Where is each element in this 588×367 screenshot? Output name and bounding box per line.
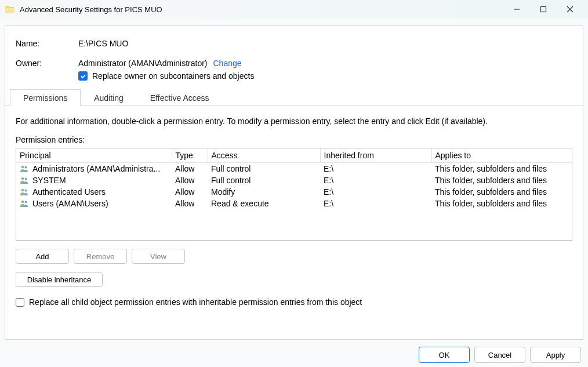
table-row[interactable]: Administrators (AMAN\Administra...AllowF… <box>16 163 572 175</box>
applies-cell: This folder, subfolders and files <box>431 186 572 198</box>
svg-point-9 <box>21 189 24 192</box>
table-row[interactable]: Users (AMAN\Users)AllowRead & executeE:\… <box>16 198 572 209</box>
owner-label: Owner: <box>16 59 78 68</box>
tab-auditing[interactable]: Auditing <box>81 89 137 106</box>
principal-icon <box>20 176 29 185</box>
tab-bar: Permissions Auditing Effective Access <box>5 89 583 106</box>
action-row: Add Remove View <box>16 249 572 264</box>
owner-value: Administrator (AMAN\Administrator) <box>78 59 208 68</box>
svg-point-8 <box>25 178 27 180</box>
svg-point-7 <box>21 177 24 180</box>
type-cell: Allow <box>172 198 208 209</box>
access-cell: Full control <box>208 175 320 186</box>
svg-rect-2 <box>541 7 546 12</box>
add-button[interactable]: Add <box>16 249 69 264</box>
maximize-button[interactable] <box>530 1 557 18</box>
minimize-button[interactable] <box>503 1 530 18</box>
close-button[interactable] <box>557 1 583 18</box>
svg-point-5 <box>21 166 24 169</box>
name-label: Name: <box>16 39 78 48</box>
description-text: For additional information, double-click… <box>16 117 572 126</box>
name-value: E:\PICS MUO <box>78 39 128 48</box>
inherited-cell: E:\ <box>320 186 431 198</box>
type-cell: Allow <box>172 163 208 175</box>
principal-text: Administrators (AMAN\Administra... <box>32 164 160 173</box>
inherited-cell: E:\ <box>320 175 431 186</box>
owner-row: Owner: Administrator (AMAN\Administrator… <box>16 59 572 68</box>
access-cell: Full control <box>208 163 320 175</box>
folder-icon <box>5 4 15 14</box>
window-title: Advanced Security Settings for PICS MUO <box>20 5 503 14</box>
replace-owner-row: Replace owner on subcontainers and objec… <box>78 71 572 81</box>
principal-text: SYSTEM <box>32 176 66 185</box>
applies-cell: This folder, subfolders and files <box>431 175 572 186</box>
main-panel: Name: E:\PICS MUO Owner: Administrator (… <box>5 26 583 340</box>
replace-owner-label: Replace owner on subcontainers and objec… <box>92 71 254 81</box>
view-button[interactable]: View <box>132 249 185 264</box>
table-row[interactable]: Authenticated UsersAllowModifyE:\This fo… <box>16 186 572 198</box>
applies-cell: This folder, subfolders and files <box>431 198 572 209</box>
header-applies[interactable]: Applies to <box>431 148 572 163</box>
header-type[interactable]: Type <box>172 148 208 163</box>
window-controls <box>503 1 583 18</box>
replace-all-checkbox[interactable] <box>16 298 24 307</box>
disable-inheritance-button[interactable]: Disable inheritance <box>16 272 103 287</box>
type-cell: Allow <box>172 175 208 186</box>
change-owner-link[interactable]: Change <box>213 59 242 68</box>
tab-permissions[interactable]: Permissions <box>10 89 81 106</box>
table-row[interactable]: SYSTEMAllowFull controlE:\This folder, s… <box>16 175 572 186</box>
tab-effective-access[interactable]: Effective Access <box>137 89 223 106</box>
header-access[interactable]: Access <box>208 148 320 163</box>
type-cell: Allow <box>172 186 208 198</box>
applies-cell: This folder, subfolders and files <box>431 163 572 175</box>
footer-buttons: OK Cancel Apply <box>0 343 588 367</box>
replace-all-label: Replace all child object permission entr… <box>29 297 362 307</box>
principal-icon <box>20 187 29 197</box>
replace-all-row: Replace all child object permission entr… <box>16 297 572 307</box>
principal-text: Authenticated Users <box>32 187 106 197</box>
principal-icon <box>20 164 29 173</box>
permission-table: Principal Type Access Inherited from App… <box>16 148 572 209</box>
entries-label: Permission entries: <box>16 135 572 144</box>
header-inherited[interactable]: Inherited from <box>320 148 431 163</box>
svg-rect-0 <box>6 8 14 12</box>
inherited-cell: E:\ <box>320 198 431 209</box>
ok-button[interactable]: OK <box>419 347 470 363</box>
svg-point-11 <box>21 201 24 204</box>
svg-point-6 <box>25 166 27 169</box>
remove-button[interactable]: Remove <box>74 249 127 264</box>
disable-inheritance-row: Disable inheritance <box>16 272 572 287</box>
permission-table-wrap: Principal Type Access Inherited from App… <box>16 148 572 241</box>
replace-owner-checkbox[interactable] <box>78 71 88 81</box>
titlebar: Advanced Security Settings for PICS MUO <box>0 0 588 19</box>
principal-text: Users (AMAN\Users) <box>32 199 108 208</box>
header-principal[interactable]: Principal <box>16 148 172 163</box>
access-cell: Modify <box>208 186 320 198</box>
inherited-cell: E:\ <box>320 163 431 175</box>
name-row: Name: E:\PICS MUO <box>16 39 572 48</box>
cancel-button[interactable]: Cancel <box>474 347 525 363</box>
svg-point-12 <box>25 201 27 204</box>
principal-icon <box>20 199 29 208</box>
svg-point-10 <box>25 190 27 192</box>
apply-button[interactable]: Apply <box>530 347 581 363</box>
access-cell: Read & execute <box>208 198 320 209</box>
